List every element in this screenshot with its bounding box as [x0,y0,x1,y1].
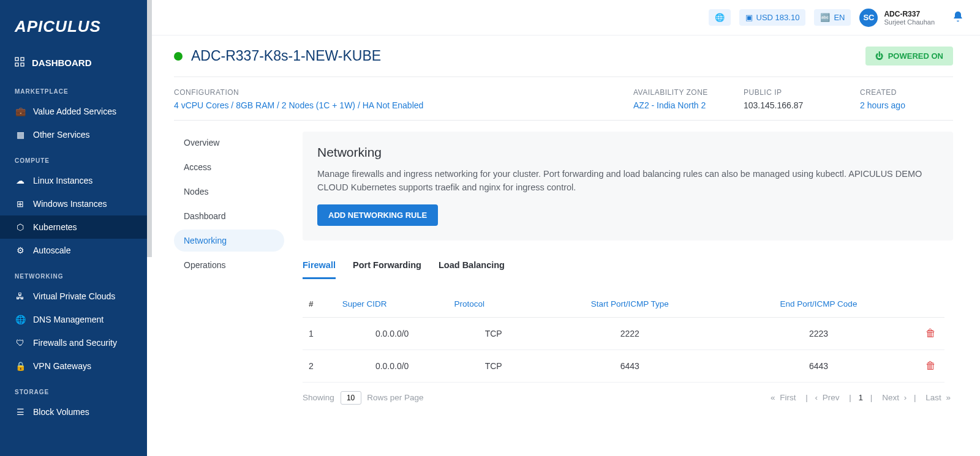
account-name: Surjeet Chauhan [884,18,935,26]
cell-start: 6443 [539,349,721,382]
kubernetes-icon: ⬡ [15,222,26,232]
cell-protocol: TCP [448,349,538,382]
brand-logo: APICULUS [0,0,147,48]
subnav-access[interactable]: Access [174,156,284,178]
sidebar-item-dns[interactable]: 🌐DNS Management [0,308,147,331]
account-menu[interactable]: SC ADC-R337 Surjeet Chauhan [859,9,935,27]
pager-first[interactable]: « First [768,393,801,402]
windows-icon: ⊞ [15,199,26,209]
tab-firewall[interactable]: Firewall [303,256,336,279]
col-end-port[interactable]: End Port/ICMP Code [721,291,917,318]
sidebar-item-vpn[interactable]: 🔒VPN Gateways [0,354,147,378]
sidebar-item-linux-instances[interactable]: ☁Linux Instances [0,169,147,192]
section-marketplace: MARKETPLACE [0,77,147,100]
add-networking-rule-button[interactable]: ADD NETWORKING RULE [317,204,438,226]
cell-cidr: 0.0.0.0/0 [336,317,448,349]
col-start-port[interactable]: Start Port/ICMP Type [539,291,721,318]
cell-start: 2222 [539,317,721,349]
subnav-nodes[interactable]: Nodes [174,181,284,203]
pager-current: 1 [856,393,866,402]
power-icon: ⏻ [875,51,883,61]
sidebar: APICULUS DASHBOARD MARKETPLACE 💼Value Ad… [0,0,147,456]
sidebar-item-vpc[interactable]: 🖧Virtual Private Clouds [0,285,147,308]
cell-end: 6443 [721,349,917,382]
cell-protocol: TCP [448,317,538,349]
sidebar-item-value-added-services[interactable]: 💼Value Added Services [0,100,147,123]
sidebar-dashboard-label: DASHBOARD [32,58,92,68]
meta-value-created: 2 hours ago [860,100,953,110]
meta-label-zone: AVAILABILITY ZONE [633,88,737,97]
pager-last[interactable]: Last » [921,393,953,402]
subnav-dashboard[interactable]: Dashboard [174,205,284,227]
svg-rect-2 [15,63,18,66]
svg-rect-0 [15,58,18,61]
meta-label-created: CREATED [860,88,953,97]
meta-value-ip: 103.145.166.87 [744,100,854,110]
panel-title: Networking [317,145,938,160]
tab-load-balancing[interactable]: Load Balancing [439,256,505,279]
col-super-cidr[interactable]: Super CIDR [336,291,448,318]
rows-per-page-input[interactable] [341,391,361,405]
region-chip[interactable]: 🌐 [709,9,731,26]
section-storage: STORAGE [0,378,147,400]
lock-icon: 🔒 [15,361,26,371]
vpc-icon: 🖧 [15,291,26,301]
account-code: ADC-R337 [884,10,935,18]
meta-row: CONFIGURATION 4 vCPU Cores / 8GB RAM / 2… [174,77,953,120]
meta-value-zone[interactable]: AZ2 - India North 2 [633,100,737,110]
sidebar-item-kubernetes[interactable]: ⬡Kubernetes [0,215,147,239]
sidebar-scrollbar[interactable] [147,0,152,257]
sidebar-item-firewalls[interactable]: 🛡Firewalls and Security [0,331,147,354]
delete-row-icon[interactable]: 🗑 [925,360,936,372]
networking-card: Networking Manage firewalls and ingress … [303,132,953,241]
cell-end: 2223 [721,317,917,349]
delete-row-icon[interactable]: 🗑 [925,327,936,339]
svg-rect-3 [21,63,24,66]
shield-icon: 🛡 [15,338,26,348]
col-protocol[interactable]: Protocol [448,291,538,318]
globe-icon: 🌐 [715,13,725,22]
grid-icon: ▦ [15,130,26,140]
table-footer: Showing Rows per Page « First | ‹ Prev |… [303,383,953,413]
sidebar-item-autoscale[interactable]: ⚙Autoscale [0,239,147,262]
sidebar-item-block-volumes[interactable]: ☰Block Volumes [0,400,147,424]
language-chip[interactable]: 🔤EN [814,9,851,26]
balance-chip[interactable]: ▣USD 183.10 [739,9,806,26]
subnav-operations[interactable]: Operations [174,254,284,276]
topbar: 🌐 ▣USD 183.10 🔤EN SC ADC-R337 Surjeet Ch… [147,0,980,36]
briefcase-icon: 💼 [15,107,26,116]
status-dot-running [174,52,183,61]
firewall-table: # Super CIDR Protocol Start Port/ICMP Ty… [303,291,944,383]
sidebar-item-other-services[interactable]: ▦Other Services [0,123,147,146]
dashboard-icon [15,57,24,69]
sidebar-dashboard[interactable]: DASHBOARD [0,48,147,77]
globe-icon: 🌐 [15,315,26,324]
panel-description: Manage firewalls and ingress networking … [317,167,938,195]
tab-port-forwarding[interactable]: Port Forwarding [353,256,421,279]
notifications-button[interactable] [952,10,964,25]
power-badge: ⏻ POWERED ON [865,47,953,65]
meta-value-configuration[interactable]: 4 vCPU Cores / 8GB RAM / 2 Nodes (1C + 1… [174,100,627,110]
translate-icon: 🔤 [820,13,830,22]
subnav: Overview Access Nodes Dashboard Networki… [174,132,284,413]
table-row: 1 0.0.0.0/0 TCP 2222 2223 🗑 [303,317,944,349]
subnav-overview[interactable]: Overview [174,132,284,154]
pager-next[interactable]: Next › [877,393,909,402]
avatar: SC [859,9,878,27]
networking-tabs: Firewall Port Forwarding Load Balancing [303,256,953,280]
section-networking: NETWORKING [0,262,147,285]
subnav-networking[interactable]: Networking [174,230,284,252]
cell-cidr: 0.0.0.0/0 [336,349,448,382]
wallet-icon: ▣ [745,13,753,22]
linux-icon: ☁ [15,176,26,185]
sidebar-item-windows-instances[interactable]: ⊞Windows Instances [0,192,147,215]
meta-label-ip: PUBLIC IP [744,88,854,97]
cell-index: 2 [303,349,336,382]
section-compute: COMPUTE [0,146,147,169]
cell-index: 1 [303,317,336,349]
page-title: ADC-R337-K8s-1-NEW-KUBE [191,48,381,64]
meta-label-configuration: CONFIGURATION [174,88,627,97]
table-row: 2 0.0.0.0/0 TCP 6443 6443 🗑 [303,349,944,382]
pager-prev[interactable]: ‹ Prev [813,393,845,402]
pagination: « First | ‹ Prev | 1 | Next › | Last » [768,393,953,402]
